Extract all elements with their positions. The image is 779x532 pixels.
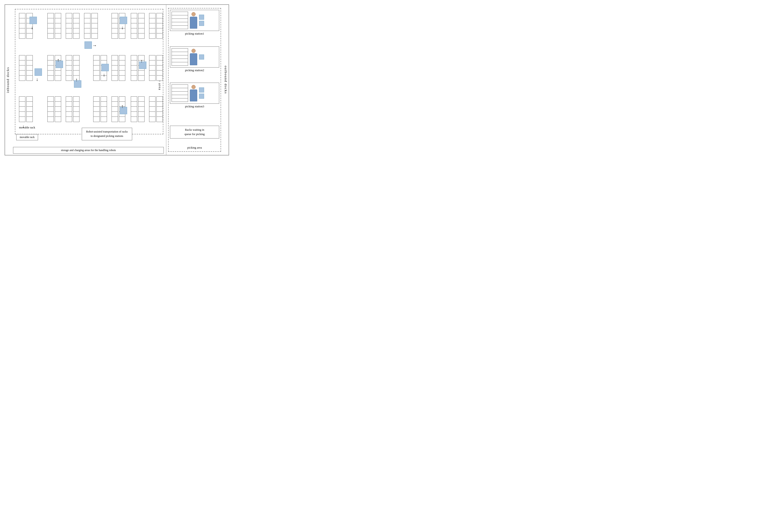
racks-waiting-box: Racks waiting inqueue for picking [170,126,219,138]
picking-area-label: picking area [166,146,223,149]
station2-container: picking station2 [170,47,219,72]
rack-group-b4 [93,96,107,122]
arrow-up-m3: ↑ [75,77,78,82]
arrow-down-m1: ↓ [36,77,38,82]
robot-transport-box: Robot-assisted transportation of racksto… [82,128,132,140]
robot-b5 [120,107,127,114]
rack-group-b1 [19,96,33,122]
station1-queue-squares [199,15,204,26]
rack-group-m1 [19,55,33,81]
station3-box [170,83,219,104]
arrow-down-1: ↓ [31,25,33,30]
storage-charging-box: storage and charging areas for the handl… [13,147,164,153]
robot-m1 [35,68,42,76]
station3-label: picking station3 [170,105,219,108]
rack-group-b7 [149,96,163,122]
rack-group-m7 [149,55,163,81]
station1-label: picking station1 [170,32,219,36]
queue-square [199,87,204,92]
station3-queue-squares [199,87,204,99]
robot-2 [120,17,127,24]
robot-moving-right [84,42,92,49]
arrow-up-m2: ↑ [57,58,59,63]
rack-group-b2 [47,96,61,122]
content-area: storage area ↓ [11,5,223,155]
robot-m2-up [56,61,63,68]
queue-square [199,15,204,20]
arrow-up-m6: ↑ [140,58,143,64]
main-container: inbound docks storage area ↓ [5,4,229,155]
station1-box [170,10,219,31]
station2-rack [172,48,188,66]
rack-group-6 [131,13,144,39]
station1-person [190,12,197,28]
arrow-up-b5: ↑ [121,104,123,109]
arrow-right-1: → [92,43,97,48]
station3-rack [172,84,188,102]
station1-container: picking station1 [170,10,219,36]
rack-group-4 [84,13,98,39]
arrow-down-2: ↓ [121,25,123,30]
outbound-docks-label: outbound docks [223,5,229,155]
robot-m6-up [139,62,146,69]
rack-group-m5 [112,55,125,81]
queue-square [199,93,204,99]
queue-square [199,55,204,60]
robot-m3-up [74,80,81,88]
arrow-down-m4: ↓ [103,72,105,77]
station3-container: picking station3 [170,83,219,108]
rack-group-7 [149,13,163,39]
station2-label: picking station2 [170,68,219,72]
movable-rack-box: movable rack [16,134,38,140]
queue-square [199,21,204,26]
station2-person [190,49,197,65]
rack-col [19,13,25,39]
rack-group-2 [47,13,61,39]
rack-group-3 [66,13,79,39]
picking-area: picking station1 [166,5,223,155]
station2-queue-squares [199,55,204,60]
rack-group-b3 [66,96,79,122]
station2-box [170,47,219,68]
movable-rack-label: movable rack [19,126,35,129]
station1-rack [172,12,188,29]
inbound-docks-label: inbound docks [5,5,11,155]
robot-m4-down [102,64,109,71]
station3-person [190,85,197,102]
rack-group-b6 [131,96,144,122]
robot-1 [29,17,37,24]
